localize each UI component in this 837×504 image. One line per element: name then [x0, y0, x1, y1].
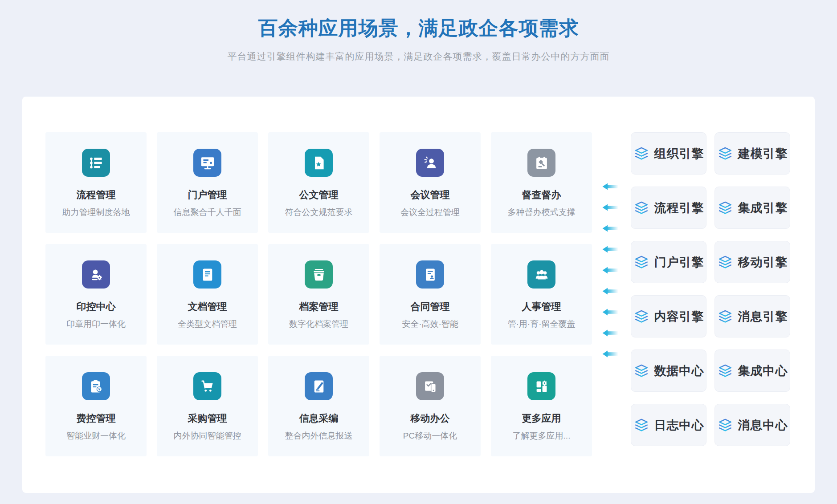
app-desc: 智能业财一体化: [66, 430, 126, 442]
flow-arrow-icon: [601, 224, 619, 232]
engine-label: 流程引擎: [654, 200, 704, 216]
layers-icon: [633, 146, 649, 162]
svg-text:¥: ¥: [98, 387, 100, 391]
app-card[interactable]: 更多应用 了解更多应用...: [491, 356, 592, 456]
app-name: 文档管理: [188, 300, 227, 313]
app-card[interactable]: 督查督办 多种督办模式支撑: [491, 132, 592, 233]
app-desc: 符合公文规范要求: [285, 207, 353, 218]
people-group-icon: [527, 260, 555, 289]
app-card[interactable]: 门户管理 信息聚合千人千面: [157, 132, 258, 233]
app-name: 合同管理: [411, 300, 450, 313]
speaking-person-icon: [416, 149, 444, 177]
gavel-clipboard-icon: [527, 149, 555, 177]
app-card[interactable]: 印控中心 印章用印一体化: [45, 244, 147, 345]
app-card[interactable]: 公文管理 符合公文规范要求: [268, 132, 369, 233]
app-desc: 安全·高效·智能: [402, 318, 458, 330]
engine-button[interactable]: 建模引擎: [715, 132, 790, 175]
app-desc: PC移动一体化: [403, 430, 457, 442]
flow-arrow-icon: [601, 329, 619, 337]
engine-button[interactable]: 移动引擎: [715, 241, 790, 283]
engine-label: 移动引擎: [738, 254, 788, 270]
app-desc: 全类型文档管理: [178, 318, 237, 330]
app-card[interactable]: ¥ 费控管理 智能业财一体化: [45, 356, 147, 456]
flow-arrow-icon: [601, 203, 619, 211]
engine-button[interactable]: 数据中心: [631, 350, 706, 392]
apps-grid: 流程管理 助力管理制度落地 门户管理 信息聚合千人千面 公文管理 符合公文规范要…: [45, 132, 592, 456]
app-card[interactable]: 移动办公 PC移动一体化: [380, 356, 481, 456]
edit-doc-icon: [305, 372, 333, 400]
app-card[interactable]: 采购管理 内外协同智能管控: [157, 356, 258, 456]
flow-arrow-icon: [601, 308, 619, 316]
app-card[interactable]: 文档管理 全类型文档管理: [157, 244, 258, 345]
layers-icon: [717, 254, 733, 270]
stamp-gear-icon: [82, 260, 110, 289]
app-name: 费控管理: [77, 412, 116, 425]
layers-icon: [717, 309, 733, 325]
app-name: 采购管理: [188, 412, 227, 425]
engine-button[interactable]: 内容引擎: [631, 295, 706, 337]
contract-stamp-icon: [416, 260, 444, 289]
engines-grid: 组织引擎 建模引擎 流程引擎 集成引擎 门户引擎 移动引擎 内容引擎 消息引擎 …: [631, 132, 790, 446]
engine-button[interactable]: 消息引擎: [715, 295, 790, 337]
app-name: 人事管理: [522, 300, 561, 313]
app-name: 移动办公: [411, 412, 450, 425]
engine-label: 内容引擎: [654, 309, 704, 325]
app-name: 流程管理: [77, 188, 116, 202]
app-card[interactable]: 人事管理 管·用·育·留全覆盖: [491, 244, 592, 345]
doc-star-icon: [305, 149, 333, 177]
engine-label: 消息引擎: [738, 309, 788, 325]
engine-label: 消息中心: [738, 417, 788, 433]
engine-button[interactable]: 消息中心: [715, 404, 790, 446]
app-card[interactable]: 档案管理 数字化档案管理: [268, 244, 369, 345]
engine-button[interactable]: 日志中心: [631, 404, 706, 446]
layers-icon: [717, 363, 733, 379]
engine-button[interactable]: 组织引擎: [631, 132, 706, 175]
app-name: 档案管理: [299, 300, 339, 313]
engine-label: 集成中心: [738, 363, 788, 379]
app-desc: 助力管理制度落地: [62, 207, 130, 218]
engine-button[interactable]: 流程引擎: [631, 187, 706, 229]
document-lines-icon: [193, 260, 221, 289]
page: 百余种应用场景，满足政企各项需求 平台通过引擎组件构建丰富的应用场景，满足政企各…: [0, 0, 837, 504]
layers-icon: [633, 254, 649, 270]
layers-icon: [633, 363, 649, 379]
devices-icon: [416, 372, 444, 400]
engine-label: 门户引擎: [654, 254, 704, 270]
flow-arrow-icon: [601, 287, 619, 295]
flow-arrows: [601, 183, 621, 358]
layers-icon: [633, 200, 649, 216]
app-desc: 多种督办模式支撑: [508, 207, 576, 218]
layers-icon: [717, 200, 733, 216]
section-header: 百余种应用场景，满足政企各项需求 平台通过引擎组件构建丰富的应用场景，满足政企各…: [0, 0, 837, 63]
app-name: 会议管理: [411, 188, 450, 202]
engine-label: 组织引擎: [654, 146, 704, 162]
app-name: 印控中心: [77, 300, 116, 313]
app-name: 督查督办: [522, 188, 561, 202]
app-name: 门户管理: [188, 188, 227, 202]
flow-arrow-icon: [601, 183, 619, 191]
app-desc: 数字化档案管理: [289, 318, 348, 330]
engine-button[interactable]: 门户引擎: [631, 241, 706, 283]
app-desc: 管·用·育·留全覆盖: [508, 318, 576, 330]
app-desc: 整合内外信息报送: [285, 430, 353, 442]
engine-label: 数据中心: [654, 363, 704, 379]
flow-list-icon: [82, 149, 110, 177]
app-name: 更多应用: [522, 412, 561, 425]
layers-icon: [633, 309, 649, 325]
app-card[interactable]: 会议管理 会议全过程管理: [380, 132, 481, 233]
monitor-icon: [193, 149, 221, 177]
flow-arrow-icon: [601, 350, 619, 358]
app-card[interactable]: 合同管理 安全·高效·智能: [380, 244, 481, 345]
archive-box-icon: [305, 260, 333, 289]
engine-button[interactable]: 集成引擎: [715, 187, 790, 229]
flow-arrow-icon: [601, 266, 619, 274]
cart-icon: [193, 372, 221, 400]
app-grid-icon: [527, 372, 555, 400]
engine-button[interactable]: 集成中心: [715, 350, 790, 392]
flow-arrow-icon: [601, 245, 619, 253]
content-panel: 流程管理 助力管理制度落地 门户管理 信息聚合千人千面 公文管理 符合公文规范要…: [22, 97, 815, 493]
layers-icon: [717, 146, 733, 162]
app-name: 信息采编: [299, 412, 339, 425]
app-card[interactable]: 流程管理 助力管理制度落地: [45, 132, 147, 233]
app-card[interactable]: 信息采编 整合内外信息报送: [268, 356, 369, 456]
